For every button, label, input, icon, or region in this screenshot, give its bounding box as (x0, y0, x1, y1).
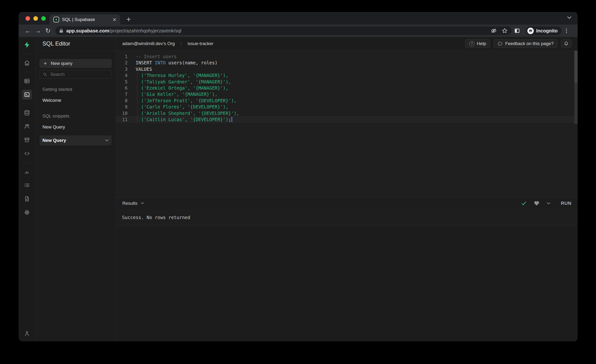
run-options-chevron-icon[interactable] (547, 202, 551, 205)
code-line[interactable]: 9 ('Carlo Flores', '{DEVELOPER}'), (116, 104, 578, 110)
scrollbar-thumb[interactable] (574, 51, 578, 83)
new-query-button-label: New query (51, 61, 73, 66)
browser-toolbar: ← → ↻ app.supabase.com/project/azahtnhqo… (19, 25, 578, 37)
eye-off-icon[interactable] (491, 28, 497, 34)
chevron-down-icon (141, 202, 144, 204)
breadcrumb-project[interactable]: issue-tracker (188, 41, 214, 46)
code-line[interactable]: 7 ('Gia Keller', '{MANAGER}'), (116, 91, 578, 97)
back-icon[interactable]: ← (23, 28, 33, 34)
snippet-label: New Query (42, 124, 65, 130)
chevron-down-icon[interactable] (105, 139, 109, 141)
maximize-window-button[interactable] (41, 16, 46, 21)
url-domain: app.supabase.com (66, 28, 109, 34)
code-line[interactable]: 3VALUES (116, 66, 578, 72)
bookmark-star-icon[interactable] (502, 28, 508, 34)
success-check-icon (521, 201, 527, 206)
sidebar-item-new-query-1[interactable]: New Query (40, 122, 112, 132)
rail-divider (22, 163, 32, 163)
code-text: INSERT INTO users(name, roles) (127, 59, 217, 66)
incognito-badge[interactable]: Incognito (526, 26, 561, 35)
plus-icon: + (44, 60, 47, 66)
reports-icon[interactable] (22, 167, 32, 177)
url-bar[interactable]: app.supabase.com/project/azahtnhqohyjerz… (55, 26, 512, 35)
line-number: 9 (116, 104, 127, 110)
results-dropdown[interactable]: Results (122, 201, 144, 206)
code-line[interactable]: 5 ('Taliyah Gardner', '{MANAGER}'), (116, 79, 578, 85)
storage-icon[interactable] (22, 135, 32, 145)
side-panel-icon[interactable] (514, 28, 524, 34)
results-empty-area (116, 226, 578, 341)
main-area: adam@windmill.dev's Org / issue-tracker … (116, 37, 578, 341)
minimize-window-button[interactable] (33, 16, 38, 21)
reload-icon[interactable]: ↻ (43, 28, 53, 34)
run-button[interactable]: RUN (561, 201, 571, 206)
docs-icon[interactable] (22, 194, 32, 204)
browser-tab[interactable]: SQL | Supabase × (50, 15, 120, 25)
settings-gear-icon[interactable] (22, 207, 32, 217)
supabase-favicon-icon (53, 17, 59, 22)
success-message: Success. No rows returned (122, 215, 190, 220)
notifications-bell-button[interactable] (561, 39, 571, 48)
section-sql-snippets: SQL snippets (42, 113, 109, 119)
search-box[interactable] (40, 70, 112, 79)
tab-close-icon[interactable]: × (113, 16, 116, 23)
sidebar-item-welcome[interactable]: Welcome (40, 95, 112, 105)
speech-bubble-icon (498, 41, 503, 46)
rail-divider (22, 54, 32, 54)
logs-icon[interactable] (22, 180, 32, 190)
code-line[interactable]: 8 ('Jefferson Pratt', '{DEVELOPER}'), (116, 97, 578, 104)
authentication-icon[interactable] (22, 121, 32, 131)
line-number: 10 (116, 110, 127, 116)
sql-code-editor[interactable]: 1-- Insert users2INSERT INTO users(name,… (116, 51, 578, 197)
table-editor-icon[interactable] (22, 76, 32, 86)
database-icon[interactable] (22, 108, 32, 118)
sidebar-item-new-query-2[interactable]: New Query (40, 135, 112, 145)
incognito-label: Incognito (536, 28, 558, 34)
home-icon[interactable] (22, 58, 32, 68)
line-number: 7 (116, 91, 127, 97)
lock-icon (59, 28, 63, 33)
forward-icon[interactable]: → (33, 28, 43, 34)
search-input[interactable] (50, 72, 109, 77)
sql-editor-icon[interactable] (22, 90, 32, 100)
code-text: ('Caitlin Lucas', '{DEVELOPER}'); (127, 116, 232, 123)
breadcrumb-org[interactable]: adam@windmill.dev's Org (122, 41, 175, 46)
help-button[interactable]: ? Help (465, 39, 490, 48)
account-icon[interactable] (22, 328, 32, 339)
new-query-button[interactable]: + New query (40, 59, 112, 68)
code-line[interactable]: 6 ('Ezekiel Ortega', '{MANAGER}'), (116, 85, 578, 91)
window-controls (25, 16, 46, 21)
code-line[interactable]: 11 ('Caitlin Lucas', '{DEVELOPER}'); (116, 116, 578, 123)
feedback-button[interactable]: Feedback on this page? (493, 39, 558, 48)
url-path: /project/azahtnhqohyjerzaxtmk/sql (109, 28, 181, 34)
browser-menu-icon[interactable] (563, 28, 573, 34)
line-number: 2 (116, 59, 127, 66)
tab-title: SQL | Supabase (62, 17, 95, 22)
sql-editor-panel: SQL Editor + New query Getting started W… (35, 37, 116, 341)
feedback-label: Feedback on this page? (505, 41, 554, 46)
line-number: 8 (116, 97, 127, 104)
nav-rail (19, 37, 35, 341)
code-text: ('Arielle Shepherd', '{DEVELOPER}'), (127, 110, 239, 116)
snippet-label: New Query (42, 138, 66, 143)
scrollbar-track (574, 83, 578, 124)
code-text: ('Taliyah Gardner', '{MANAGER}'), (127, 79, 231, 85)
favorite-heart-icon[interactable] (534, 201, 539, 206)
new-tab-button[interactable]: + (126, 15, 131, 24)
help-label: Help (477, 41, 486, 46)
page-title: SQL Editor (35, 37, 116, 51)
code-text: ('Gia Keller', '{MANAGER}'), (127, 91, 217, 97)
close-window-button[interactable] (25, 16, 30, 21)
breadcrumb-separator: / (180, 41, 182, 46)
tab-search-chevron-icon[interactable] (567, 16, 571, 19)
text-cursor (231, 117, 232, 122)
code-line[interactable]: 2INSERT INTO users(name, roles) (116, 59, 578, 66)
code-line[interactable]: 10 ('Arielle Shepherd', '{DEVELOPER}'), (116, 110, 578, 116)
bell-icon (564, 41, 569, 46)
api-icon[interactable] (22, 149, 32, 158)
code-line[interactable]: 4 ('Theresa Hurley', '{MANAGER}'), (116, 72, 578, 78)
editor-scrollbar[interactable] (574, 51, 578, 124)
code-line[interactable]: 1-- Insert users (116, 53, 578, 59)
line-number: 11 (116, 116, 127, 123)
supabase-logo-icon[interactable] (22, 40, 32, 50)
